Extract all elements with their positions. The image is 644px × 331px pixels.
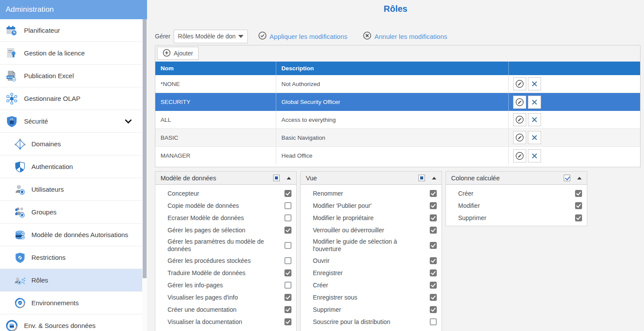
delete-role-button[interactable] [528, 149, 541, 162]
permission-checkbox[interactable] [575, 214, 582, 221]
check-circle-icon [258, 31, 267, 41]
permission-item: Supprimer [446, 212, 587, 224]
column-header-name[interactable]: Nom [155, 62, 276, 75]
sidebar-item-publication-excel[interactable]: XLSX Publication Excel [0, 65, 142, 87]
permission-item: Visualiser la documentation [155, 316, 296, 328]
sidebar-item-securite[interactable]: Sécurité [0, 110, 142, 133]
authentication-icon [14, 160, 27, 173]
sidebar-item-planificateur[interactable]: Planificateur [0, 19, 142, 42]
sidebar-item-authentication[interactable]: Authentication [0, 155, 142, 178]
edit-role-button[interactable] [513, 149, 526, 162]
panel-title: Colonne calculée [451, 175, 564, 182]
sidebar-item-label: Env. & Sources données [24, 322, 96, 329]
permission-checkbox[interactable] [284, 227, 291, 234]
permission-item: Enregistrer [301, 267, 442, 279]
permission-checkbox[interactable] [284, 242, 291, 249]
permission-checkbox[interactable] [575, 190, 582, 197]
permission-checkbox[interactable] [430, 269, 437, 276]
roles-icon [14, 274, 27, 287]
table-row[interactable]: MANAGER Head Office [155, 147, 640, 165]
add-button[interactable]: Ajouter [157, 47, 199, 60]
permission-checkbox[interactable] [430, 257, 437, 264]
panel-vue: Vue Renommer Modifier 'Publier pour' Mod… [300, 171, 442, 331]
permission-checkbox[interactable] [575, 202, 582, 209]
groups-icon [14, 206, 27, 219]
permission-item: Modifier 'Publier pour' [301, 200, 442, 212]
permission-checkbox[interactable] [430, 306, 437, 313]
panel-header[interactable]: Modèle de données [155, 172, 296, 185]
sidebar-item-environnements[interactable]: Environnements [0, 292, 142, 314]
permission-checkbox[interactable] [284, 269, 291, 276]
permission-checkbox[interactable] [430, 190, 437, 197]
permission-checkbox[interactable] [430, 282, 437, 289]
delete-role-button[interactable] [528, 131, 541, 144]
sort-ascending-icon[interactable] [432, 177, 436, 179]
permission-checkbox[interactable] [284, 318, 291, 325]
permission-checkbox[interactable] [430, 318, 437, 325]
panel-header[interactable]: Vue [301, 172, 442, 185]
permission-checkbox[interactable] [284, 214, 291, 221]
delete-role-button[interactable] [528, 77, 541, 90]
users-icon [14, 183, 27, 196]
edit-role-button[interactable] [513, 131, 526, 144]
sidebar-item-licence[interactable]: Gestion de la licence [0, 42, 142, 65]
permission-item: Créer [301, 279, 442, 291]
permission-checkbox[interactable] [284, 190, 291, 197]
select-all-checkbox[interactable] [564, 175, 570, 181]
sidebar-item-modele-donnees-autorisations[interactable]: Modèle de données Autorisations [0, 224, 142, 246]
select-all-checkbox[interactable] [418, 175, 425, 181]
sidebar-item-domaines[interactable]: Domaines [0, 133, 142, 155]
sidebar-item-gestionnaire-olap[interactable]: Gestionnaire OLAP [0, 87, 142, 110]
apply-changes-button[interactable]: Appliquer les modifications [258, 31, 347, 41]
table-row-selected[interactable]: SECURITY Global Security Officer [155, 93, 640, 111]
table-row[interactable]: ALL Access to everything [155, 111, 640, 129]
sidebar-item-label: Environnements [31, 299, 79, 307]
edit-role-button[interactable] [513, 96, 526, 109]
chevron-down-icon[interactable] [125, 117, 132, 125]
permission-checkbox[interactable] [430, 214, 437, 221]
edit-role-button[interactable] [513, 77, 526, 90]
manage-dropdown[interactable]: Rôles Modèle de don... [174, 30, 248, 43]
dropdown-caret-icon [238, 35, 243, 38]
sidebar-item-roles[interactable]: Rôles [0, 269, 142, 292]
permission-panels: Modèle de données Concepteur Copie modèl… [155, 171, 587, 331]
edit-role-button[interactable] [513, 113, 526, 126]
permission-checkbox[interactable] [284, 282, 291, 289]
sidebar-item-label: Utilisateurs [31, 186, 64, 193]
table-row[interactable]: *NONE Not Authorized [155, 75, 640, 93]
permission-checkbox[interactable] [430, 242, 437, 249]
role-description-cell: Global Security Officer [276, 93, 508, 111]
permission-checkbox[interactable] [284, 202, 291, 209]
select-all-checkbox[interactable] [273, 175, 280, 181]
role-description-cell: Not Authorized [276, 75, 508, 93]
permission-checkbox[interactable] [284, 294, 291, 301]
sidebar-header: Administration [0, 0, 147, 19]
column-header-description[interactable]: Description [276, 62, 508, 75]
permission-checkbox[interactable] [430, 202, 437, 209]
page-title: Rôles [147, 4, 644, 14]
sidebar-scrollbar-thumb[interactable] [143, 19, 147, 278]
permission-checkbox[interactable] [284, 306, 291, 313]
sidebar-item-env-sources-donnees[interactable]: Env. & Sources données [0, 314, 142, 331]
sort-ascending-icon[interactable] [577, 177, 582, 179]
sidebar-item-groupes[interactable]: Groupes [0, 201, 142, 224]
delete-role-button[interactable] [528, 96, 541, 109]
permission-checkbox[interactable] [284, 257, 291, 264]
table-row[interactable]: BASIC Basic Navigation [155, 129, 640, 147]
sort-ascending-icon[interactable] [287, 177, 291, 179]
restrictions-icon [14, 251, 27, 264]
cancel-changes-label: Annuler les modifications [374, 33, 447, 40]
panel-header[interactable]: Colonne calculée [446, 172, 587, 185]
cancel-changes-button[interactable]: Annuler les modifications [363, 31, 447, 41]
panel-colonne-calculee: Colonne calculée Créer Modifier Supprime… [445, 171, 587, 226]
sidebar-scrollbar[interactable] [142, 19, 147, 331]
sidebar-item-label: Restrictions [31, 254, 65, 261]
sidebar-item-utilisateurs[interactable]: Utilisateurs [0, 178, 142, 201]
permission-item: Ouvrir [301, 255, 442, 267]
permission-checkbox[interactable] [430, 294, 437, 301]
sidebar-item-restrictions[interactable]: Restrictions [0, 246, 142, 269]
column-header-actions [508, 62, 640, 75]
delete-role-button[interactable] [528, 113, 541, 126]
sidebar-item-label: Planificateur [24, 27, 60, 34]
permission-checkbox[interactable] [430, 227, 437, 234]
